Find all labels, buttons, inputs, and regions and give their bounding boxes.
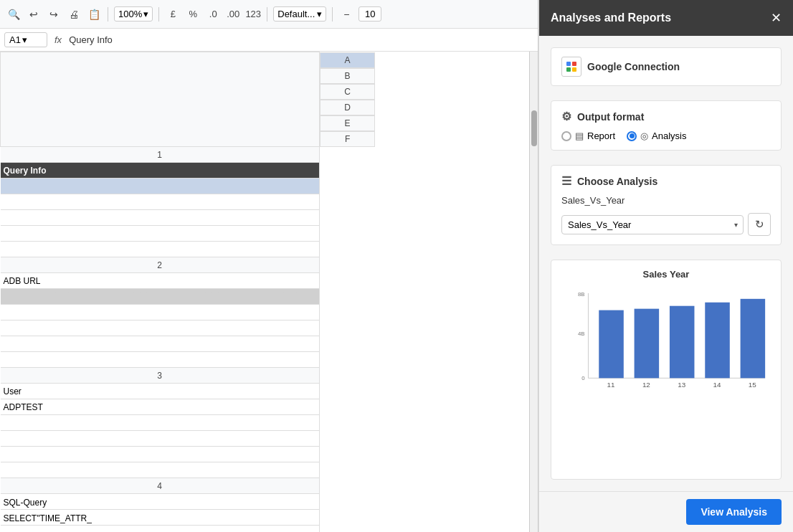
cell-C1[interactable] (1, 194, 320, 210)
refresh-button[interactable]: ↻ (748, 213, 771, 236)
col-header-B[interactable]: B (320, 68, 375, 84)
google-icon-svg (565, 60, 578, 73)
copy-format-icon[interactable]: 📋 (86, 6, 102, 22)
cell-C4[interactable] (1, 526, 320, 532)
vertical-scrollbar[interactable] (529, 52, 538, 532)
google-connection-label: Google Connection (587, 61, 680, 72)
bar-label-5: 15 (749, 381, 756, 389)
cell-F2[interactable] (1, 352, 320, 368)
undo-icon[interactable]: ↩ (26, 6, 42, 22)
cell-B3[interactable]: ADPTEST (1, 399, 320, 415)
col-header-F[interactable]: F (320, 131, 375, 147)
cell-A4[interactable]: SQL-Query (1, 494, 320, 510)
google-connection-icon (561, 57, 581, 77)
panel-footer: View Analysis (539, 491, 793, 532)
analysis-current-value: Sales_Vs_Year (561, 195, 771, 206)
cell-ref-chevron: ▾ (22, 34, 27, 45)
table-row: 2 ADB URL ██████████████████████████████… (1, 257, 538, 368)
table-row: 4 SQL-Query SELECT"TIME_ATTR_ (1, 478, 538, 532)
cell-F1[interactable] (1, 242, 320, 257)
output-format-section: ⚙ Output format ▤ Report ◎ Analysis (551, 100, 782, 151)
svg-rect-3 (572, 67, 576, 72)
bar-3 (670, 306, 695, 379)
row-num: 3 (1, 368, 320, 384)
col-header-C[interactable]: C (320, 84, 375, 100)
divider-4 (332, 7, 333, 22)
cell-B4[interactable]: SELECT"TIME_ATTR_ (1, 510, 320, 526)
panel-content: Google Connection ⚙ Output format ▤ Repo… (539, 36, 793, 491)
y-label-0: 0 (581, 375, 585, 381)
analysis-icon: ◎ (640, 130, 648, 141)
print-icon[interactable]: 🖨 (66, 6, 82, 22)
table-row: 1 Query Info (1, 147, 538, 258)
analysis-label: Analysis (652, 130, 686, 141)
search-icon[interactable]: 🔍 (6, 6, 22, 22)
bar-4 (705, 303, 730, 379)
view-analysis-button[interactable]: View Analysis (686, 499, 782, 525)
analysis-select-row: Sales_Vs_Year ▾ ↻ (561, 213, 771, 236)
cell-E3[interactable] (1, 447, 320, 462)
right-panel: Analyses and Reports ✕ Google Connection (538, 0, 793, 532)
redo-icon[interactable]: ↪ (46, 6, 62, 22)
cell-E1[interactable] (1, 226, 320, 242)
svg-rect-1 (572, 62, 576, 66)
scrollbar-thumb[interactable] (531, 110, 537, 146)
decimal-decrease-button[interactable]: .00 (225, 6, 241, 22)
grid-container[interactable]: A B C D E F 1 Query Info (0, 52, 538, 532)
font-size-box[interactable]: 10 (358, 6, 381, 22)
cell-F3[interactable] (1, 462, 320, 478)
bar-1 (599, 310, 624, 379)
analysis-radio-option[interactable]: ◎ Analysis (627, 130, 686, 141)
report-icon: ▤ (575, 130, 584, 141)
toolbar: 🔍 ↩ ↪ 🖨 📋 100% ▾ £ % .0 .00 123 Default.… (0, 0, 538, 29)
output-format-options: ▤ Report ◎ Analysis (561, 130, 771, 141)
minus-icon[interactable]: − (338, 6, 354, 22)
cell-C3[interactable] (1, 415, 320, 431)
close-icon[interactable]: ✕ (771, 10, 782, 26)
panel-header: Analyses and Reports ✕ (539, 0, 793, 36)
analysis-select[interactable]: Sales_Vs_Year (561, 215, 744, 234)
cell-D2[interactable] (1, 320, 320, 336)
cell-B1[interactable] (1, 179, 320, 194)
bar-label-2: 12 (642, 381, 650, 389)
cell-reference[interactable]: A1 ▾ (4, 32, 47, 47)
cell-A1[interactable]: Query Info (1, 163, 320, 179)
y-label-mid: 4B (578, 331, 585, 337)
font-family-selector[interactable]: Default... ▾ (273, 6, 326, 22)
cell-A3[interactable]: User (1, 384, 320, 399)
format-123-button[interactable]: 123 (245, 6, 261, 22)
currency-button[interactable]: £ (165, 6, 181, 22)
spreadsheet-area: 🔍 ↩ ↪ 🖨 📋 100% ▾ £ % .0 .00 123 Default.… (0, 0, 538, 532)
zoom-control[interactable]: 100% ▾ (114, 6, 153, 22)
bar-chart-svg: 11 12 13 14 15 0 4B 8B (560, 285, 772, 400)
choose-analysis-icon: ☰ (561, 174, 571, 188)
cell-ref-value: A1 (9, 34, 21, 45)
bar-2 (635, 309, 660, 379)
cell-E2[interactable] (1, 336, 320, 352)
chart-title: Sales Year (560, 269, 772, 280)
svg-rect-0 (566, 62, 571, 66)
font-chevron: ▾ (317, 9, 322, 19)
cell-D1[interactable] (1, 210, 320, 226)
svg-rect-2 (566, 67, 571, 72)
percent-button[interactable]: % (185, 6, 201, 22)
cell-C2[interactable] (1, 305, 320, 320)
formula-icon: fx (52, 34, 65, 45)
col-header-D[interactable]: D (320, 100, 375, 115)
cell-D3[interactable] (1, 431, 320, 447)
y-label-max: 8B (578, 291, 585, 298)
table-row: 3 User ADPTEST (1, 368, 538, 478)
cell-B2[interactable]: ████████████████████████████████████████… (1, 289, 320, 305)
bar-label-4: 14 (713, 381, 721, 389)
decimal-increase-button[interactable]: .0 (205, 6, 221, 22)
bar-label-1: 11 (607, 381, 615, 389)
col-header-A[interactable]: A (320, 52, 375, 68)
bar-label-3: 13 (678, 381, 685, 389)
output-format-icon: ⚙ (561, 110, 571, 123)
col-header-E[interactable]: E (320, 115, 375, 131)
font-family-value: Default... (277, 9, 315, 19)
cell-A2[interactable]: ADB URL (1, 273, 320, 289)
panel-title: Analyses and Reports (551, 11, 671, 24)
report-radio-option[interactable]: ▤ Report (561, 130, 615, 141)
row-num: 4 (1, 478, 320, 494)
